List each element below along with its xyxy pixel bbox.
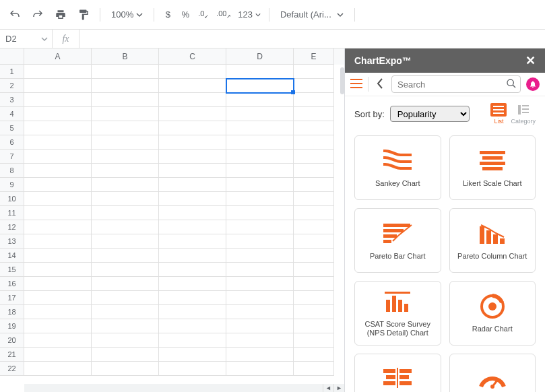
cell[interactable]: [92, 348, 159, 362]
row-header[interactable]: 7: [0, 150, 24, 164]
chart-card-comparison[interactable]: Comparison Bar Chart: [354, 354, 441, 392]
cell[interactable]: [92, 178, 159, 192]
decrease-decimal-button[interactable]: .0↙: [196, 5, 211, 24]
more-formats-button[interactable]: 123: [236, 5, 262, 24]
scroll-right-icon[interactable]: ►: [333, 384, 344, 392]
chart-card-csat[interactable]: CSAT Score Survey (NPS Detail) Chart: [354, 281, 441, 346]
cell[interactable]: [24, 93, 92, 107]
cell[interactable]: [92, 65, 159, 79]
cell[interactable]: [24, 65, 92, 79]
cell[interactable]: [294, 249, 334, 263]
row-header[interactable]: 14: [0, 249, 24, 263]
cell[interactable]: [159, 79, 226, 93]
cell[interactable]: [24, 192, 92, 206]
cell[interactable]: [24, 164, 92, 178]
row-header[interactable]: 12: [0, 220, 24, 234]
column-header[interactable]: B: [92, 48, 159, 65]
cell[interactable]: [294, 348, 334, 362]
cell[interactable]: [159, 121, 226, 135]
cell[interactable]: [159, 249, 226, 263]
name-box[interactable]: D2: [0, 30, 53, 48]
scroll-left-icon[interactable]: ◄: [323, 384, 333, 392]
row-header[interactable]: 15: [0, 263, 24, 277]
cell[interactable]: [294, 93, 334, 107]
cell[interactable]: [294, 291, 334, 305]
redo-button[interactable]: [28, 5, 47, 24]
row-header[interactable]: 21: [0, 348, 24, 362]
cell[interactable]: [92, 79, 159, 93]
row-header[interactable]: 11: [0, 206, 24, 220]
row-header[interactable]: 9: [0, 178, 24, 192]
cell[interactable]: [159, 107, 226, 121]
cell[interactable]: [294, 220, 334, 234]
cell[interactable]: [226, 277, 294, 291]
search-input[interactable]: [391, 75, 521, 93]
percent-button[interactable]: %: [179, 5, 192, 24]
cell[interactable]: [226, 65, 294, 79]
cell[interactable]: [92, 319, 159, 333]
cell[interactable]: [294, 79, 334, 93]
cell[interactable]: [24, 362, 92, 376]
cell[interactable]: [226, 135, 294, 150]
row-header[interactable]: 8: [0, 164, 24, 178]
close-panel-button[interactable]: ✕: [525, 53, 536, 68]
cell[interactable]: [226, 178, 294, 192]
cell[interactable]: [159, 178, 226, 192]
cell[interactable]: [159, 277, 226, 291]
cell[interactable]: [294, 107, 334, 121]
row-header[interactable]: 16: [0, 277, 24, 291]
cell[interactable]: [226, 333, 294, 348]
cell[interactable]: [294, 150, 334, 164]
cell[interactable]: [159, 164, 226, 178]
cell[interactable]: [92, 220, 159, 234]
cell[interactable]: [159, 135, 226, 150]
cell[interactable]: [294, 319, 334, 333]
cell[interactable]: [159, 65, 226, 79]
cell[interactable]: [92, 206, 159, 220]
cell[interactable]: [159, 333, 226, 348]
currency-button[interactable]: $: [161, 5, 174, 24]
notifications-button[interactable]: [526, 77, 540, 91]
cell[interactable]: [24, 178, 92, 192]
cell[interactable]: [159, 263, 226, 277]
cell[interactable]: [24, 135, 92, 150]
cell[interactable]: [294, 305, 334, 319]
cell[interactable]: [159, 319, 226, 333]
cell[interactable]: [24, 220, 92, 234]
cell[interactable]: [294, 65, 334, 79]
cell[interactable]: [24, 79, 92, 93]
cell[interactable]: [159, 234, 226, 249]
cell[interactable]: [92, 121, 159, 135]
cell[interactable]: [92, 333, 159, 348]
search-icon[interactable]: [506, 78, 517, 91]
cell[interactable]: [24, 319, 92, 333]
row-header[interactable]: 19: [0, 319, 24, 333]
cell[interactable]: [92, 291, 159, 305]
cell[interactable]: [24, 305, 92, 319]
cell[interactable]: [24, 206, 92, 220]
cell[interactable]: [294, 263, 334, 277]
cell[interactable]: [159, 192, 226, 206]
sortby-select[interactable]: Popularity: [390, 106, 470, 122]
spreadsheet-grid[interactable]: A B C D E 123456789101112131415161718192…: [0, 48, 344, 392]
undo-button[interactable]: [5, 5, 24, 24]
cell[interactable]: [159, 220, 226, 234]
cell[interactable]: [226, 291, 294, 305]
cell[interactable]: [226, 192, 294, 206]
cell[interactable]: [226, 319, 294, 333]
column-header[interactable]: A: [24, 48, 92, 65]
cell[interactable]: [24, 263, 92, 277]
cell[interactable]: [92, 362, 159, 376]
cell[interactable]: [159, 362, 226, 376]
cell[interactable]: [294, 121, 334, 135]
vertical-scrollbar[interactable]: [340, 67, 344, 94]
view-list-button[interactable]: List: [490, 103, 507, 125]
cell[interactable]: [159, 305, 226, 319]
zoom-select[interactable]: 100%: [107, 5, 147, 24]
cell[interactable]: [294, 234, 334, 249]
chart-card-paretocol[interactable]: Pareto Column Chart: [449, 208, 536, 273]
chart-card-likert[interactable]: Likert Scale Chart: [449, 135, 536, 200]
cell[interactable]: [226, 164, 294, 178]
cell[interactable]: [294, 206, 334, 220]
cell[interactable]: [92, 164, 159, 178]
